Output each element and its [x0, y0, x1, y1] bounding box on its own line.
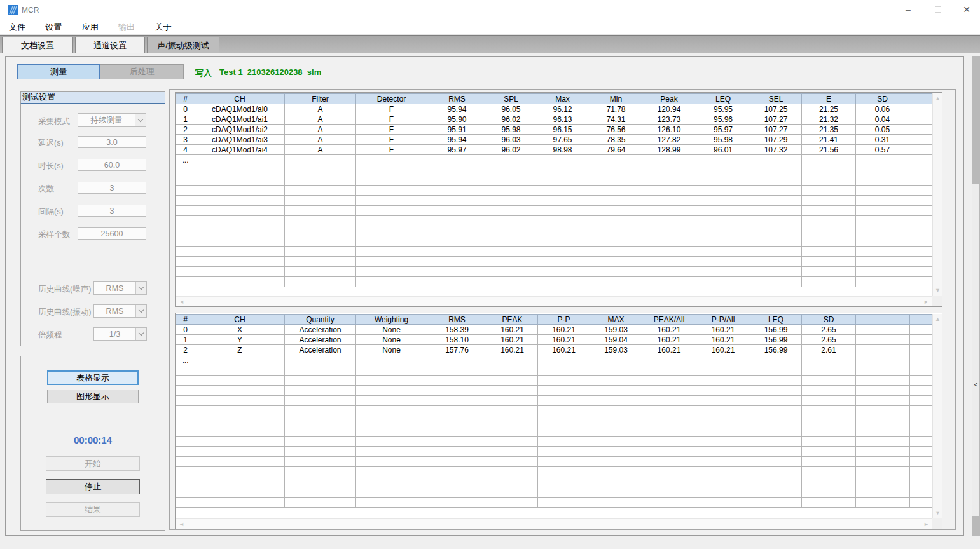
- splitter-track[interactable]: <: [972, 184, 979, 516]
- menu-output[interactable]: 输出: [109, 19, 144, 34]
- table-cell: [642, 477, 696, 487]
- table-cell: [910, 355, 933, 365]
- scroll-left-icon[interactable]: ◄: [179, 522, 184, 527]
- vertical-scrollbar[interactable]: ▲ ▼: [932, 93, 942, 296]
- table-row[interactable]: 1YAccelerationNone158.10160.21160.21159.…: [176, 335, 933, 345]
- horizontal-scrollbar[interactable]: ◄ ►: [176, 518, 932, 529]
- sample-count-field[interactable]: 25600: [78, 227, 146, 240]
- table-cell: [590, 267, 642, 277]
- start-button[interactable]: 开始: [46, 456, 140, 471]
- table-cell: [909, 114, 933, 125]
- table-cell: 160.21: [538, 345, 590, 355]
- table-row[interactable]: 2cDAQ1Mod1/ai2AF95.9195.9896.1576.56126.…: [176, 125, 933, 135]
- tab-channel-settings[interactable]: 通道设置: [75, 37, 145, 54]
- table-cell: [427, 236, 487, 247]
- scroll-right-icon[interactable]: ►: [923, 522, 929, 527]
- tab-sound-vibration-test[interactable]: 声/振动级测试: [147, 37, 219, 54]
- history-curve-noise-select[interactable]: RMS: [93, 281, 147, 295]
- table-cell: [285, 498, 356, 508]
- table-row[interactable]: 0XAccelerationNone158.39160.21160.21159.…: [176, 325, 933, 335]
- table-cell: [802, 467, 856, 477]
- table-cell: [427, 467, 487, 477]
- table-row[interactable]: 0cDAQ1Mod1/ai0AF95.9496.0596.1271.78120.…: [176, 104, 933, 114]
- table-row[interactable]: 4cDAQ1Mod1/ai4AF95.9796.0298.9879.64128.…: [176, 145, 933, 155]
- scroll-down-icon[interactable]: ▼: [935, 510, 941, 516]
- table-cell: Z: [195, 345, 285, 355]
- table-cell: [909, 206, 933, 216]
- chevron-down-icon[interactable]: [135, 282, 146, 294]
- table-cell: [642, 165, 696, 175]
- table-cell: [538, 396, 590, 406]
- side-splitter[interactable]: <: [972, 56, 980, 536]
- table-row-empty: [176, 467, 933, 477]
- table-cell: 0.04: [856, 114, 909, 125]
- table-row-empty: [176, 257, 933, 267]
- measure-button[interactable]: 测量: [17, 64, 100, 79]
- horizontal-scrollbar[interactable]: ◄ ►: [176, 296, 932, 306]
- chevron-down-icon[interactable]: [135, 114, 146, 126]
- table-cell: [427, 487, 487, 498]
- table-cell: [696, 426, 750, 437]
- table-cell: [538, 426, 590, 437]
- scroll-left-icon[interactable]: ◄: [179, 299, 184, 305]
- column-header: LEQ: [696, 94, 750, 104]
- scroll-right-icon[interactable]: ►: [923, 299, 929, 305]
- table-cell: [176, 467, 195, 477]
- table-cell: [856, 345, 910, 355]
- table-cell: [750, 175, 802, 186]
- acquisition-mode-select[interactable]: 持续测量: [78, 113, 146, 127]
- close-button[interactable]: ✕: [956, 3, 977, 17]
- table-cell: [487, 155, 535, 165]
- delay-field[interactable]: 3.0: [78, 136, 146, 148]
- table-row[interactable]: 1cDAQ1Mod1/ai1AF95.9096.0296.1374.31123.…: [176, 114, 933, 125]
- duration-field[interactable]: 60.0: [78, 159, 146, 171]
- tab-document-settings[interactable]: 文档设置: [2, 37, 73, 54]
- menu-settings[interactable]: 设置: [36, 19, 71, 34]
- menu-file[interactable]: 文件: [0, 19, 34, 34]
- sound-level-table-box: #CHFilterDetectorRMSSPLMaxMinPeakLEQSELE…: [175, 92, 942, 307]
- table-cell: [856, 437, 910, 447]
- table-cell: 160.21: [487, 335, 538, 345]
- table-cell: [538, 365, 590, 376]
- scroll-up-icon[interactable]: ▲: [935, 96, 941, 102]
- table-cell: [910, 335, 933, 345]
- table-cell: [285, 236, 356, 247]
- history-curve-vibration-select[interactable]: RMS: [93, 304, 147, 318]
- table-cell: 21.35: [802, 125, 856, 135]
- table-cell: [427, 437, 487, 447]
- postprocess-button[interactable]: 后处理: [100, 64, 184, 79]
- result-button[interactable]: 结果: [46, 502, 140, 517]
- scroll-down-icon[interactable]: ▼: [935, 288, 941, 294]
- duration-value: 60.0: [78, 161, 146, 170]
- interval-field[interactable]: 3: [78, 205, 146, 217]
- octave-select[interactable]: 1/3: [93, 327, 147, 341]
- vertical-scrollbar[interactable]: ▲ ▼: [932, 314, 942, 518]
- table-cell: [909, 236, 933, 247]
- table-cell: [176, 447, 195, 457]
- table-cell: [356, 186, 427, 196]
- table-cell: [427, 155, 487, 165]
- scroll-up-icon[interactable]: ▲: [935, 316, 941, 322]
- stop-button[interactable]: 停止: [46, 479, 140, 494]
- graph-display-button[interactable]: 图形显示: [47, 390, 139, 403]
- column-header: Quantity: [285, 315, 356, 325]
- table-display-button[interactable]: 表格显示: [47, 370, 139, 385]
- table-cell: [696, 267, 750, 277]
- table-cell: 157.76: [427, 345, 487, 355]
- chevron-down-icon[interactable]: [135, 305, 146, 317]
- column-header: P-P/All: [696, 315, 750, 325]
- maximize-button[interactable]: [927, 3, 949, 17]
- collapse-left-icon[interactable]: <: [972, 381, 979, 388]
- table-cell: [910, 386, 933, 396]
- table-row[interactable]: 3cDAQ1Mod1/ai3AF95.9496.0397.6578.35127.…: [176, 135, 933, 145]
- chevron-down-icon[interactable]: [135, 328, 146, 340]
- minimize-button[interactable]: –: [897, 3, 919, 17]
- table-cell: [590, 487, 642, 498]
- count-field[interactable]: 3: [78, 182, 146, 194]
- menu-about[interactable]: 关于: [146, 19, 180, 34]
- table-cell: cDAQ1Mod1/ai0: [195, 104, 285, 114]
- menu-application[interactable]: 应用: [73, 19, 107, 34]
- table-cell: [356, 247, 427, 257]
- table-cell: [285, 406, 356, 416]
- table-row[interactable]: 2ZAccelerationNone157.76160.21160.21159.…: [176, 345, 933, 355]
